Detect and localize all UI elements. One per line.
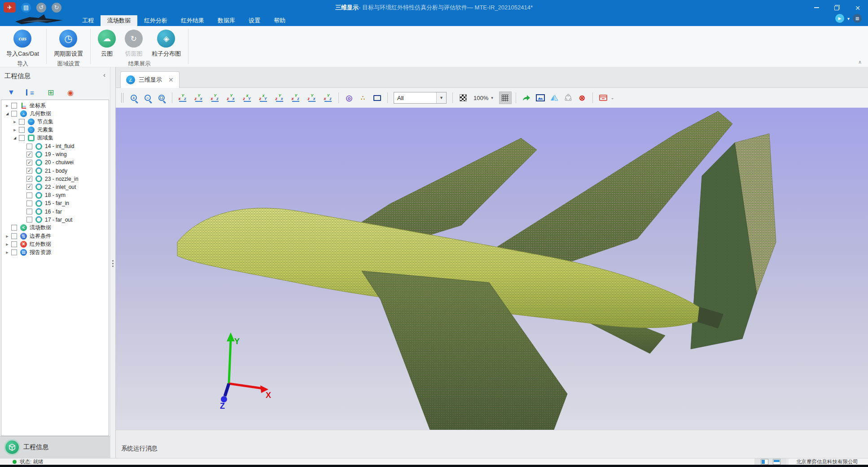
- archive-caret-icon[interactable]: ⌄: [611, 96, 614, 100]
- menu-item[interactable]: 红外分析: [137, 15, 174, 26]
- new-document-icon[interactable]: ▤: [21, 3, 31, 13]
- project-panel-footer-button[interactable]: 工程信息: [0, 436, 110, 458]
- tree-item[interactable]: 报告资源: [1, 248, 109, 256]
- expander-icon[interactable]: [4, 103, 10, 109]
- expander-icon[interactable]: [4, 249, 10, 255]
- expander-icon[interactable]: [12, 136, 18, 140]
- tree-checkbox[interactable]: [11, 241, 17, 247]
- dropdown-arrow-icon[interactable]: ▼: [436, 92, 446, 103]
- standard-view-button[interactable]: Yzx: [273, 92, 286, 104]
- expander-icon[interactable]: [12, 119, 18, 125]
- menu-item[interactable]: 流场数据: [101, 15, 137, 26]
- tree-checkbox[interactable]: [26, 192, 32, 198]
- layout-icon-1[interactable]: [761, 459, 768, 465]
- mirror-button[interactable]: [548, 92, 561, 104]
- list-view-icon[interactable]: ≡: [26, 89, 36, 96]
- periodic-face-button[interactable]: ◷ 周期面设置: [50, 29, 87, 59]
- standard-view-button[interactable]: Yzx: [225, 92, 237, 104]
- style-caret-icon[interactable]: ▾: [847, 16, 850, 21]
- opacity-caret-icon[interactable]: ▾: [491, 96, 493, 100]
- app-icon[interactable]: ✈: [4, 2, 16, 13]
- tree-item[interactable]: 20 - chuiwei: [1, 158, 109, 166]
- tab-3d-display[interactable]: ∠ 三维显示 ✕: [120, 71, 180, 88]
- tree-item[interactable]: 红外数据: [1, 240, 109, 248]
- tree-item[interactable]: 18 - sym: [1, 191, 109, 199]
- expander-icon[interactable]: [4, 241, 10, 247]
- tab-close-icon[interactable]: ✕: [168, 76, 174, 83]
- menu-item[interactable]: 数据库: [211, 15, 242, 26]
- mesh-toggle-button[interactable]: [499, 92, 512, 104]
- mesh-filter-select[interactable]: All ▼: [394, 92, 447, 104]
- tree-item[interactable]: 流场数据: [1, 224, 109, 232]
- particle-plot-button[interactable]: ◈ 粒子分布图: [148, 29, 184, 59]
- layout-icon-2[interactable]: [773, 459, 780, 465]
- redo-icon[interactable]: ↻: [52, 3, 61, 13]
- expander-icon[interactable]: [12, 127, 18, 133]
- tree-item[interactable]: 面域集: [1, 134, 109, 142]
- filter-icon[interactable]: ▼: [6, 87, 16, 97]
- tree-checkbox[interactable]: [26, 184, 32, 190]
- tree-checkbox[interactable]: [26, 168, 32, 174]
- zoom-in-button[interactable]: +: [127, 92, 140, 104]
- tree-checkbox[interactable]: [19, 135, 25, 141]
- opacity-value[interactable]: 100%: [473, 95, 488, 101]
- tree-checkbox[interactable]: [26, 176, 32, 182]
- tree-checkbox[interactable]: [26, 144, 32, 149]
- display-style-icon[interactable]: ▶: [835, 14, 844, 23]
- menu-item[interactable]: 红外结果: [174, 15, 211, 26]
- tree-item[interactable]: 坐标系: [1, 101, 109, 109]
- close-button[interactable]: ×: [847, 0, 868, 15]
- tree-checkbox[interactable]: [26, 209, 32, 214]
- export-view-button[interactable]: [520, 92, 533, 104]
- standard-view-button[interactable]: Yxz: [209, 92, 221, 104]
- standard-view-button[interactable]: xzY: [241, 92, 254, 104]
- menu-item[interactable]: 工程: [75, 15, 101, 26]
- panel-collapse-icon[interactable]: ‹: [103, 71, 105, 79]
- tree-checkbox[interactable]: [11, 111, 17, 117]
- opacity-button[interactable]: [457, 92, 469, 104]
- tree-item[interactable]: 元素集: [1, 126, 109, 134]
- tree-item[interactable]: 几何数据: [1, 109, 109, 118]
- probe-button[interactable]: ◎: [343, 92, 355, 104]
- theme-icon[interactable]: ▥: [853, 14, 862, 23]
- expander-icon[interactable]: [4, 233, 10, 239]
- collapse-ribbon-icon[interactable]: ∧: [858, 59, 862, 65]
- panel-splitter[interactable]: [110, 67, 116, 458]
- tree-item[interactable]: 节点集: [1, 118, 109, 126]
- tree-checkbox[interactable]: [11, 225, 17, 231]
- tree-checkbox[interactable]: [26, 160, 32, 166]
- archive-button[interactable]: [597, 92, 609, 104]
- tree-item[interactable]: 17 - far_out: [1, 216, 109, 224]
- tree-checkbox[interactable]: [26, 152, 32, 157]
- menu-item[interactable]: 帮助: [267, 15, 292, 26]
- import-cas-dat-button[interactable]: cas 导入Cas/Dat: [3, 29, 43, 59]
- zoom-out-button[interactable]: −: [141, 92, 154, 104]
- standard-view-button[interactable]: Yxz: [176, 92, 189, 104]
- locate-target-icon[interactable]: ◉: [66, 87, 75, 97]
- tree-checkbox[interactable]: [11, 249, 17, 255]
- tree-item[interactable]: 21 - body: [1, 167, 109, 175]
- tree-item[interactable]: 19 - wing: [1, 150, 109, 158]
- tree-item[interactable]: 23 - nozzle_in: [1, 175, 109, 183]
- tree-item[interactable]: 15 - far_in: [1, 199, 109, 207]
- cancel-button[interactable]: ⊗: [576, 92, 588, 104]
- viewport-3d[interactable]: Y X Z: [116, 108, 868, 430]
- toolbar-grip[interactable]: [121, 93, 123, 103]
- zoom-fit-button[interactable]: [155, 92, 168, 104]
- undo-icon[interactable]: ↺: [36, 3, 46, 13]
- grid-view-icon[interactable]: ⊞: [46, 87, 56, 97]
- tree-checkbox[interactable]: [26, 201, 32, 206]
- splitter-handle[interactable]: [112, 260, 114, 267]
- standard-view-button[interactable]: Yzx: [193, 92, 205, 104]
- particles-button[interactable]: ∴: [357, 92, 369, 104]
- tree-checkbox[interactable]: [11, 103, 17, 109]
- expander-icon[interactable]: [4, 112, 10, 116]
- standard-view-button[interactable]: Yzx: [306, 92, 318, 104]
- restore-button[interactable]: [827, 0, 847, 15]
- screenshot-button[interactable]: [534, 92, 547, 104]
- tree-item[interactable]: 14 - int_fluid: [1, 142, 109, 150]
- standard-view-button[interactable]: Yxz: [289, 92, 302, 104]
- tree-checkbox[interactable]: [19, 127, 25, 133]
- tree-item[interactable]: 16 - far: [1, 207, 109, 215]
- menu-item[interactable]: 设置: [242, 15, 267, 26]
